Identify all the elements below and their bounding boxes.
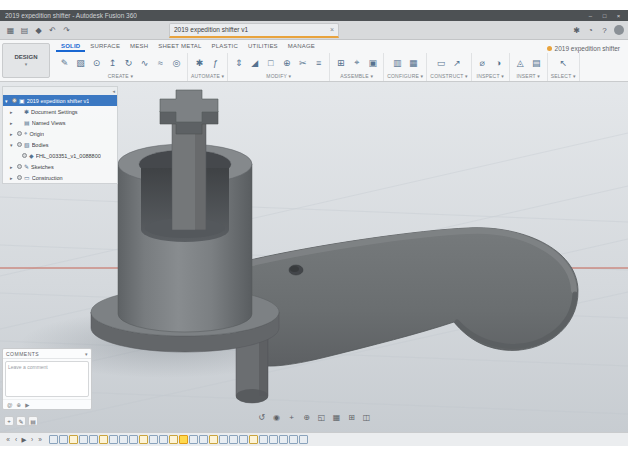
expand-arrow-icon[interactable]: ▾ — [5, 98, 10, 104]
sketch-icon[interactable] — [69, 435, 78, 444]
timeline-go-to-start-icon[interactable]: « — [4, 436, 12, 443]
maximize-button[interactable]: □ — [600, 13, 609, 19]
feature-icon[interactable] — [239, 435, 248, 444]
expand-arrow-icon[interactable]: ▸ — [10, 120, 15, 126]
feature-icon[interactable] — [129, 435, 138, 444]
visibility-eye-icon[interactable] — [22, 153, 27, 158]
toolbar-group-insert-label[interactable]: INSERT ▾ — [516, 72, 540, 81]
expand-arrow-icon[interactable]: ▸ — [10, 175, 15, 181]
tab-close-icon[interactable]: × — [327, 26, 334, 33]
redo-icon[interactable]: ↷ — [60, 24, 73, 37]
extrude-icon[interactable]: ↥ — [105, 55, 120, 70]
sweep-icon[interactable]: ∿ — [137, 55, 152, 70]
decal-icon[interactable]: ▤ — [529, 55, 544, 70]
pan-icon[interactable]: + — [287, 413, 297, 422]
feature-icon[interactable] — [189, 435, 198, 444]
visibility-eye-icon[interactable] — [17, 164, 22, 169]
sketch-icon[interactable] — [169, 435, 178, 444]
feature-icon[interactable] — [259, 435, 268, 444]
scripts-addins-icon[interactable]: ƒ — [208, 55, 223, 70]
ribbon-tab-utilities[interactable]: UTILITIES — [243, 43, 283, 52]
feature-icon[interactable] — [119, 435, 128, 444]
split-body-icon[interactable]: ✂ — [295, 55, 310, 70]
add-comment-icon[interactable]: + — [4, 416, 14, 426]
viewports-icon[interactable]: ◫ — [362, 413, 372, 422]
timeline-play-icon[interactable]: ▶ — [20, 436, 28, 444]
send-comment-icon[interactable]: ▶ — [25, 402, 29, 408]
browser-item-document-settings[interactable]: ▸✱Document Settings — [3, 106, 117, 117]
attach-icon[interactable]: ⊕ — [17, 402, 22, 408]
expand-arrow-icon[interactable]: ▸ — [10, 109, 15, 115]
feature-icon[interactable] — [229, 435, 238, 444]
sketch-icon[interactable] — [99, 435, 108, 444]
timeline-step-back-icon[interactable]: ‹ — [12, 436, 20, 443]
measure-icon[interactable]: ⌀ — [475, 55, 490, 70]
feature-icon[interactable] — [199, 435, 208, 444]
extensions-icon[interactable]: ✱ — [570, 24, 583, 37]
grid-settings-icon[interactable]: ⊞ — [347, 413, 357, 422]
ribbon-tab-manage[interactable]: MANAGE — [283, 43, 320, 52]
expand-arrow-icon[interactable]: ▸ — [10, 131, 15, 137]
toolbar-group-modify-label[interactable]: MODIFY ▾ — [266, 72, 291, 81]
section-analysis-icon[interactable]: ◑ — [491, 55, 506, 70]
feature-icon[interactable] — [279, 435, 288, 444]
toolbar-group-create-label[interactable]: CREATE ▾ — [108, 72, 133, 81]
comment-list-icon[interactable]: ▤ — [28, 416, 38, 426]
create-box-icon[interactable]: ▧ — [73, 55, 88, 70]
visibility-eye-icon[interactable] — [17, 175, 22, 180]
orbit-icon[interactable]: ↺ — [257, 413, 267, 422]
toolbar-group-assemble-label[interactable]: ASSEMBLE ▾ — [340, 72, 373, 81]
combine-icon[interactable]: ⊕ — [279, 55, 294, 70]
browser-item-origin[interactable]: ▸⌖Origin — [3, 128, 117, 139]
timeline-go-to-end-icon[interactable]: » — [36, 436, 44, 443]
automate-icon[interactable]: ✱ — [192, 55, 207, 70]
configure-icon[interactable]: ▥ — [390, 55, 405, 70]
help-icon[interactable]: ? — [598, 24, 611, 37]
press-pull-icon[interactable]: ⇕ — [231, 55, 246, 70]
ribbon-tab-mesh[interactable]: MESH — [125, 43, 153, 52]
fillet-icon[interactable]: ◢ — [247, 55, 262, 70]
display-settings-icon[interactable]: ▦ — [332, 413, 342, 422]
expand-arrow-icon[interactable]: ▾ — [10, 142, 15, 148]
toolbar-group-automate-label[interactable]: AUTOMATE ▾ — [191, 72, 224, 81]
undo-icon[interactable]: ↶ — [46, 24, 59, 37]
browser-collapse-icon[interactable]: ◂ — [112, 88, 115, 94]
loft-icon[interactable]: ≈ — [153, 55, 168, 70]
construction-axis-icon[interactable]: ↗ — [450, 55, 465, 70]
sketch-icon[interactable] — [249, 435, 258, 444]
save-icon[interactable]: ◆ — [32, 24, 45, 37]
markup-icon[interactable]: ✎ — [16, 416, 26, 426]
comment-input[interactable]: Leave a comment — [5, 361, 89, 397]
feature-icon[interactable] — [79, 435, 88, 444]
joint-icon[interactable]: ⌖ — [349, 55, 364, 70]
configuration-table-icon[interactable]: ▦ — [406, 55, 421, 70]
toolbar-group-inspect-label[interactable]: INSPECT ▾ — [477, 72, 504, 81]
select-tool-icon[interactable]: ↖ — [556, 55, 571, 70]
toolbar-group-construct-label[interactable]: CONSTRUCT ▾ — [430, 72, 467, 81]
comments-collapse-icon[interactable]: ▾ — [85, 351, 88, 357]
ribbon-tab-surface[interactable]: SURFACE — [85, 43, 125, 52]
zoom-icon[interactable]: ⊕ — [302, 413, 312, 422]
document-tab[interactable]: 2019 expedition shifter v1 × — [169, 23, 339, 38]
feature-icon[interactable] — [49, 435, 58, 444]
construction-plane-icon[interactable]: ▭ — [434, 55, 449, 70]
feature-icon[interactable] — [269, 435, 278, 444]
hole-icon[interactable]: ◎ — [169, 55, 184, 70]
feature-icon[interactable] — [59, 435, 68, 444]
browser-item-root[interactable]: ▾▣2019 expedition shifter v1 — [3, 95, 117, 106]
insert-mesh-icon[interactable]: ◬ — [513, 55, 528, 70]
rigid-group-icon[interactable]: ▣ — [365, 55, 380, 70]
shell-icon[interactable]: □ — [263, 55, 278, 70]
workspace-selector[interactable]: DESIGN ▾ — [2, 43, 50, 78]
sketch-icon[interactable] — [209, 435, 218, 444]
feature-icon[interactable] — [219, 435, 228, 444]
sketch-icon[interactable] — [179, 435, 188, 444]
user-avatar[interactable] — [614, 25, 624, 35]
feature-icon[interactable] — [89, 435, 98, 444]
fit-icon[interactable]: ◱ — [317, 413, 327, 422]
toolbar-group-select-label[interactable]: SELECT ▾ — [551, 72, 576, 81]
feature-icon[interactable] — [299, 435, 308, 444]
mention-icon[interactable]: @ — [7, 402, 13, 408]
app-launcher-icon[interactable]: ▦ — [4, 24, 17, 37]
create-cylinder-icon[interactable]: ⊙ — [89, 55, 104, 70]
